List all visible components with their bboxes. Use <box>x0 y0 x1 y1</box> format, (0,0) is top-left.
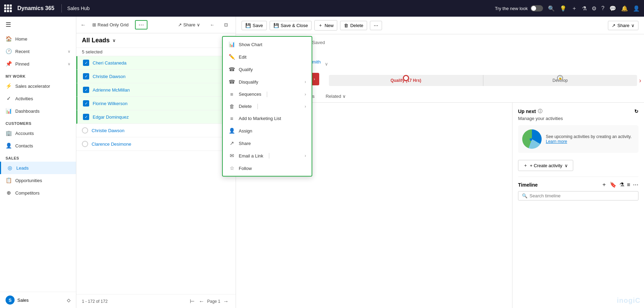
more-options-button[interactable]: ⋯ <box>135 20 147 29</box>
apps-grid-icon[interactable] <box>4 5 12 12</box>
brand-label: Dynamics 365 <box>17 5 54 11</box>
row-checkbox[interactable]: ✓ <box>83 100 89 106</box>
timeline-filter-icon[interactable]: ⚗ <box>619 181 624 188</box>
try-new-toggle[interactable] <box>531 5 543 11</box>
timeline-bookmark-icon[interactable]: 🔖 <box>610 181 617 188</box>
notification-icon[interactable]: 🔔 <box>621 5 628 12</box>
ctx-disqualify[interactable]: ☎ Disqualify › <box>223 76 312 88</box>
timeline-more-icon[interactable]: ⋯ <box>633 181 638 188</box>
row-checkbox[interactable]: ✓ <box>83 87 89 93</box>
email-arrow-icon: › <box>305 153 306 158</box>
back-button[interactable]: ← <box>80 22 86 28</box>
sidebar-footer-label: Sales <box>17 298 29 303</box>
delete-button[interactable]: 🗑 Delete <box>340 21 367 30</box>
save-close-button[interactable]: 💾 Save & Close <box>270 21 312 30</box>
profile-icon[interactable]: 👤 <box>633 5 640 12</box>
sidebar-footer-chevron: ◇ <box>67 298 70 303</box>
sidebar-item-dashboards[interactable]: 📊 Dashboards <box>0 105 76 117</box>
stage-develop[interactable]: 🔒 Develop <box>483 78 637 83</box>
ctx-assign[interactable]: 👤 Assign <box>223 125 312 137</box>
stage-alert-next[interactable]: › <box>314 77 315 82</box>
create-activity-button[interactable]: ＋ + Create activity ∨ <box>518 160 573 171</box>
list-item[interactable]: ✓ Cheri Castaneda <box>76 56 236 70</box>
delete-arrow-icon: › <box>305 104 306 109</box>
prev-page-button[interactable]: ← <box>197 298 206 305</box>
ctx-qualify[interactable]: ☎ Qualify <box>223 63 312 76</box>
ctx-show-chart[interactable]: 📊 Show Chart <box>223 38 312 51</box>
sidebar-item-competitors[interactable]: ⊕ Competitors <box>0 187 76 199</box>
refresh-icon[interactable]: ↻ <box>634 109 638 114</box>
timeline-sort-icon[interactable]: ≡ <box>627 182 630 188</box>
first-page-button[interactable]: ⊢ <box>188 297 196 305</box>
stage-next-icon[interactable]: › <box>639 77 641 84</box>
content-area: ← ⊞ Read Only Grid ⋯ ↗ Share ∨ ← ⊡ All L… <box>76 17 644 308</box>
share-detail-button[interactable]: ↗ Share ∨ <box>608 21 638 30</box>
activity-image: ✔ <box>522 129 542 149</box>
stage-qualify[interactable]: Qualify (17 Hrs) <box>329 78 483 83</box>
new-button[interactable]: ＋ New <box>314 20 337 31</box>
list-item[interactable]: ✓ Adrienne McMillan <box>76 83 236 97</box>
share-button-list[interactable]: ↗ Share ∨ <box>175 20 204 29</box>
sidebar-item-leads[interactable]: ◎ Leads <box>0 162 76 174</box>
sidebar-item-accounts[interactable]: 🏢 Accounts <box>0 127 76 139</box>
delete-toolbar-icon: 🗑 <box>344 23 348 28</box>
disqualify-arrow-icon: › <box>305 79 306 84</box>
filter-icon[interactable]: ⚗ <box>582 5 587 12</box>
save-button[interactable]: 💾 Save <box>242 21 267 30</box>
next-page-button[interactable]: → <box>222 298 230 305</box>
ctx-email-link[interactable]: ✉ Email a Link › <box>223 149 312 162</box>
hamburger-icon[interactable]: ☰ <box>0 17 76 33</box>
nav-prev-button[interactable]: ← <box>206 20 218 29</box>
tab-related[interactable]: Related ∨ <box>320 91 351 102</box>
chat-icon[interactable]: 💬 <box>609 5 616 12</box>
list-item[interactable]: ✓ Christie Dawson <box>76 70 236 83</box>
row-radio[interactable] <box>82 141 88 147</box>
row-checkbox[interactable]: ✓ <box>83 73 89 79</box>
sidebar-item-opportunities[interactable]: 📋 Opportunities <box>0 174 76 187</box>
create-chevron: ∨ <box>565 163 568 168</box>
sidebar-item-sales-accelerator[interactable]: ⚡ Sales accelerator <box>0 80 76 92</box>
sidebar-item-recent[interactable]: 🕐 Recent ∨ <box>0 45 76 58</box>
lightbulb-icon[interactable]: 💡 <box>560 5 567 12</box>
search-icon[interactable]: 🔍 <box>548 5 555 12</box>
list-item[interactable]: ✓ Florine Wilkerson <box>76 97 236 110</box>
timeline-add-icon[interactable]: ＋ <box>601 181 607 188</box>
ctx-delete[interactable]: 🗑 Delete › <box>223 100 312 112</box>
add-icon[interactable]: ＋ <box>571 5 577 12</box>
list-item[interactable]: Christie Dawson <box>76 124 236 137</box>
help-icon[interactable]: ? <box>601 5 604 11</box>
sidebar-footer[interactable]: S Sales ◇ <box>0 292 76 308</box>
new-label: New <box>324 23 333 28</box>
ctx-sequences-label: Sequences <box>239 92 261 97</box>
list-item[interactable]: Clarence Desimone <box>76 137 236 151</box>
row-name: Edgar Dominquez <box>93 114 129 120</box>
list-item[interactable]: ✓ Edgar Dominquez <box>76 110 236 124</box>
read-only-grid-button[interactable]: ⊞ Read Only Grid <box>89 20 132 29</box>
ctx-follow[interactable]: ☆ Follow <box>223 162 312 174</box>
nav-open-button[interactable]: ⊡ <box>221 20 231 29</box>
row-checkbox[interactable]: ✓ <box>83 114 89 120</box>
sequences-arrow-icon: › <box>305 92 306 97</box>
ctx-share[interactable]: ↗ Share <box>223 137 312 149</box>
row-checkbox[interactable]: ✓ <box>83 60 89 66</box>
dashboards-icon: 📊 <box>6 108 12 114</box>
context-menu: 📊 Show Chart ✏️ Edit ☎ Qualify ☎ Disqual… <box>222 36 312 177</box>
ctx-add-marketing[interactable]: ≡ Add to Marketing List <box>223 112 312 125</box>
top-nav: Dynamics 365 Sales Hub Try the new look … <box>0 0 644 17</box>
learn-more-link[interactable]: Learn more <box>546 139 567 144</box>
sidebar-item-activities[interactable]: ✓ Activities <box>0 92 76 105</box>
list-title: All Leads <box>82 37 110 44</box>
sidebar-item-contacts[interactable]: 👤 Contacts <box>0 139 76 152</box>
settings-icon[interactable]: ⚙ <box>592 5 596 12</box>
sidebar-item-home[interactable]: 🏠 Home <box>0 33 76 45</box>
qualify-icon: ☎ <box>228 66 235 72</box>
timeline-search-input[interactable] <box>529 193 635 198</box>
ctx-sequences[interactable]: ≡ Sequences › <box>223 88 312 100</box>
sidebar-label-opportunities: Opportunities <box>15 178 42 183</box>
more-detail-button[interactable]: ⋯ <box>370 21 382 30</box>
ctx-edit[interactable]: ✏️ Edit <box>223 51 312 63</box>
sidebar-item-pinned[interactable]: 📌 Pinned ∨ <box>0 58 76 70</box>
row-radio[interactable] <box>82 127 88 134</box>
try-new-label: Try the new look <box>495 6 528 11</box>
try-new-look: Try the new look <box>495 5 543 11</box>
